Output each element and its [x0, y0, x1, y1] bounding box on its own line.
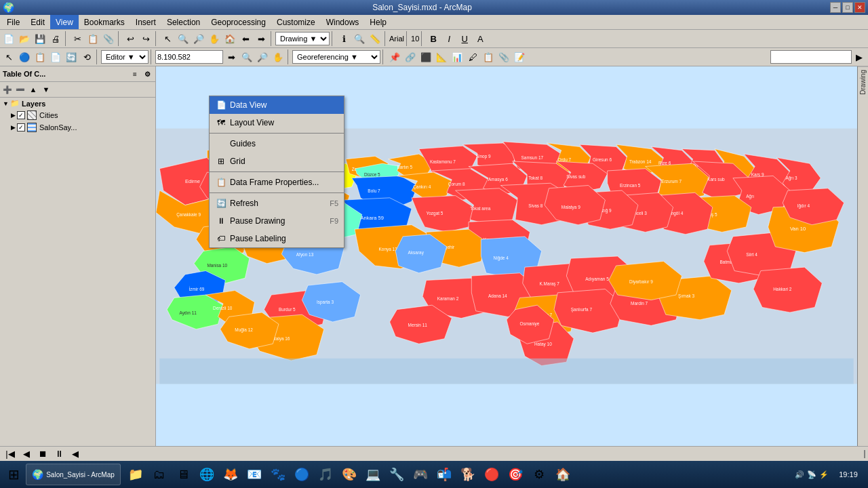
map-zoom-out[interactable]: 🔎 — [255, 49, 270, 64]
minimize-button[interactable]: ─ — [830, 2, 841, 13]
taskbar-app17[interactable]: 🎯 — [505, 464, 526, 485]
georef-tool8[interactable]: 📎 — [496, 49, 511, 64]
menu-help[interactable]: Help — [364, 15, 392, 29]
taskbar-chrome[interactable]: 🌐 — [196, 464, 218, 485]
menu-selection[interactable]: Selection — [161, 15, 205, 29]
back-extent-tool[interactable]: ⬅ — [238, 31, 253, 46]
map-area[interactable]: Edirne Kırklareli Tekirdağ 8 Çanakkale 9… — [156, 66, 857, 446]
menu-view[interactable]: View — [50, 15, 79, 29]
menu-item-pause-labeling[interactable]: 🏷 Pause Labeling — [210, 230, 344, 247]
georef-tool1[interactable]: 📌 — [387, 49, 402, 64]
menu-item-guides[interactable]: Guides — [210, 135, 344, 152]
zoom-to-coord-btn[interactable]: ➡ — [224, 49, 239, 64]
undo-button[interactable]: ↩ — [123, 31, 138, 46]
taskbar-app3[interactable]: 🖥 — [172, 464, 194, 485]
edit-vertices-tool[interactable]: 🔵 — [17, 49, 32, 64]
italic-button[interactable]: I — [441, 31, 456, 46]
taskbar-app10[interactable]: 🎨 — [338, 464, 360, 485]
open-button[interactable]: 📂 — [17, 31, 32, 46]
editor-dropdown[interactable]: Editor ▼ — [101, 50, 149, 64]
menu-item-grid[interactable]: ⊞ Grid — [210, 152, 344, 170]
taskbar-app8[interactable]: 🔵 — [291, 464, 313, 485]
taskbar-arcmap[interactable]: 🌍 Salon_Sayisi - ArcMap — [26, 464, 121, 485]
select-tool[interactable]: ↖ — [160, 31, 175, 46]
taskbar-app9[interactable]: 🎵 — [315, 464, 336, 485]
underline-button[interactable]: U — [457, 31, 472, 46]
taskbar-app11[interactable]: 💻 — [362, 464, 384, 485]
right-tab-1[interactable]: Drawing — [858, 66, 868, 98]
menu-item-data-frame-props[interactable]: 📋 Data Frame Properties... — [210, 174, 344, 191]
zoom-in-tool[interactable]: 🔍 — [176, 31, 191, 46]
pan-tool[interactable]: ✋ — [207, 31, 222, 46]
maximize-button[interactable]: □ — [842, 2, 853, 13]
menu-customize[interactable]: Customize — [271, 15, 321, 29]
menu-item-refresh[interactable]: 🔄 Refresh F5 — [210, 195, 344, 212]
taskbar-app7[interactable]: 🐾 — [267, 464, 289, 485]
drawing-dropdown[interactable]: Drawing ▼ — [275, 32, 330, 45]
close-button[interactable]: ✕ — [854, 2, 865, 13]
save-button[interactable]: 💾 — [33, 31, 47, 46]
taskbar-firefox[interactable]: 🦊 — [220, 464, 241, 485]
start-button[interactable]: ⊞ — [3, 464, 24, 485]
taskbar-app15[interactable]: 🐕 — [457, 464, 479, 485]
nav-pause[interactable]: ⏸ — [52, 447, 66, 462]
taskbar-app12[interactable]: 🔧 — [386, 464, 408, 485]
toc-layer-cities[interactable]: ▶ ✓ Cities — [8, 109, 155, 121]
nav-prev[interactable]: ◀ — [19, 447, 34, 462]
cut-button[interactable]: ✂ — [70, 31, 85, 46]
menu-edit[interactable]: Edit — [25, 15, 50, 29]
paste-button[interactable]: 📎 — [101, 31, 116, 46]
toc-layers-group[interactable]: ▼ 📁 Layers — [0, 98, 155, 109]
rotate-tool[interactable]: 🔄 — [64, 49, 79, 64]
georeferencing-dropdown[interactable]: Georeferencing ▼ — [292, 50, 380, 64]
font-color-button[interactable]: A — [473, 31, 488, 46]
taskbar-app13[interactable]: 🎮 — [410, 464, 431, 485]
layer-visible-check2[interactable]: ✓ — [17, 123, 25, 131]
toc-move-up[interactable]: ▲ — [27, 83, 39, 96]
taskbar-app18[interactable]: ⚙ — [528, 464, 550, 485]
menu-item-layout-view[interactable]: 🗺 Layout View — [210, 114, 344, 131]
bold-button[interactable]: B — [426, 31, 441, 46]
new-button[interactable]: 📄 — [1, 31, 16, 46]
arrow-tool[interactable]: ↖ — [1, 49, 16, 64]
taskbar-app16[interactable]: 🔴 — [481, 464, 502, 485]
taskbar-explorer[interactable]: 📁 — [125, 464, 146, 485]
georef-tool3[interactable]: ⬛ — [418, 49, 433, 64]
menu-bookmarks[interactable]: Bookmarks — [79, 15, 130, 29]
toc-list-view[interactable]: ≡ — [130, 68, 140, 79]
edit-copy-tool[interactable]: 📋 — [33, 49, 47, 64]
nav-scroll-left[interactable]: ◀ — [68, 447, 83, 462]
taskbar-app19[interactable]: 🏠 — [552, 464, 574, 485]
map-pan[interactable]: ✋ — [271, 49, 285, 64]
georef-tool5[interactable]: 📊 — [450, 49, 465, 64]
search-input[interactable] — [770, 50, 852, 64]
edit-paste-tool[interactable]: 📄 — [48, 49, 63, 64]
forward-extent-tool[interactable]: ➡ — [254, 31, 269, 46]
georef-tool7[interactable]: 📋 — [481, 49, 496, 64]
georef-tool6[interactable]: 🖊 — [465, 49, 480, 64]
find-button[interactable]: 🔍 — [352, 31, 367, 46]
copy-button[interactable]: 📋 — [85, 31, 100, 46]
georef-tool9[interactable]: 📝 — [512, 49, 527, 64]
print-button[interactable]: 🖨 — [48, 31, 63, 46]
toc-layer-salonsay[interactable]: ▶ ✓ SalonSay... — [8, 121, 155, 134]
toc-options[interactable]: ⚙ — [142, 68, 153, 79]
menu-file[interactable]: File — [1, 15, 25, 29]
toc-remove[interactable]: ➖ — [14, 83, 26, 96]
taskbar-mail[interactable]: 📧 — [243, 464, 265, 485]
redo-button[interactable]: ↪ — [138, 31, 153, 46]
toc-add-data[interactable]: ➕ — [1, 83, 14, 96]
map-zoom-in[interactable]: 🔍 — [239, 49, 254, 64]
measure-tool[interactable]: 📏 — [368, 31, 382, 46]
zoom-out-tool[interactable]: 🔎 — [191, 31, 206, 46]
taskbar-app14[interactable]: 📬 — [433, 464, 455, 485]
taskbar-app2[interactable]: 🗂 — [149, 464, 170, 485]
toc-move-down[interactable]: ▼ — [40, 83, 52, 96]
search-go[interactable]: ▶ — [852, 49, 867, 64]
nav-begin[interactable]: |◀ — [3, 447, 18, 462]
georef-tool4[interactable]: 📐 — [434, 49, 449, 64]
menu-windows[interactable]: Windows — [321, 15, 365, 29]
reflect-tool[interactable]: ⟲ — [79, 49, 94, 64]
menu-insert[interactable]: Insert — [130, 15, 161, 29]
full-extent-tool[interactable]: 🏠 — [222, 31, 237, 46]
